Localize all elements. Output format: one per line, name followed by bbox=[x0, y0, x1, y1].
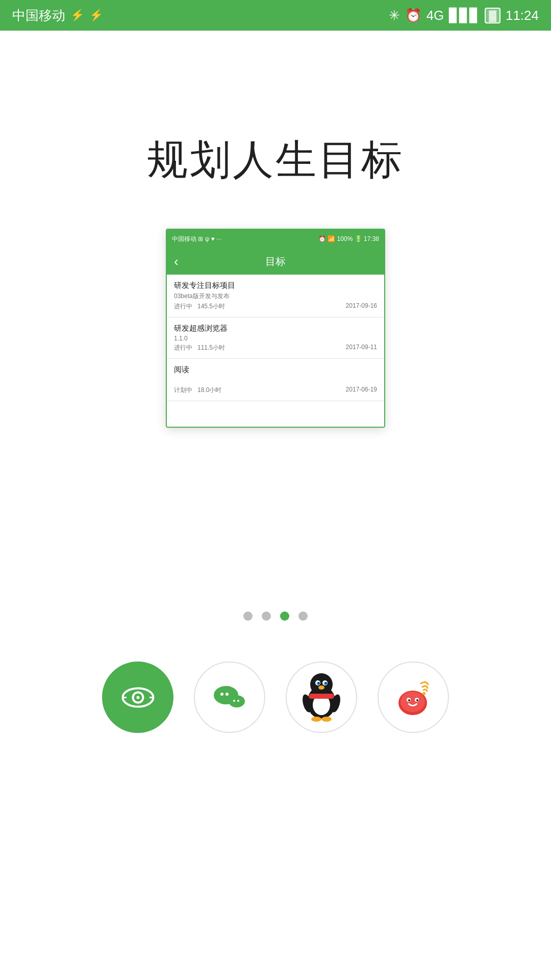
status-bar: 中国移动 ⚡ ⚡ ✳ ⏰ 4G ▊▊▊ ▓ 11:24 bbox=[0, 0, 551, 31]
mockup-list: 研发专注目标项目 03beta版开发与发布 进行中 145.5小时 2017-0… bbox=[167, 275, 384, 427]
mockup-header: ‹ 目标 bbox=[167, 248, 384, 275]
svg-point-8 bbox=[229, 695, 245, 707]
item-date: 2017-09-16 bbox=[346, 302, 377, 311]
qq-penguin-icon bbox=[298, 669, 344, 725]
svg-point-10 bbox=[237, 700, 239, 702]
app-icon-weibo[interactable] bbox=[378, 662, 449, 733]
svg-rect-21 bbox=[309, 694, 334, 699]
svg-point-22 bbox=[311, 717, 321, 722]
battery-icon: ▓ bbox=[485, 8, 500, 23]
dot-1[interactable] bbox=[243, 611, 253, 621]
svg-point-30 bbox=[408, 699, 410, 701]
list-item[interactable]: 研发超感浏览器 1.1.0 进行中 111.5小时 2017-09-11 bbox=[167, 317, 384, 359]
mockup-time: ⏰ 📶 100% 🔋 17:38 bbox=[318, 235, 379, 242]
item-subtitle: 1.1.0 bbox=[174, 335, 377, 342]
signal-icon: 4G bbox=[427, 8, 444, 23]
item-meta: 进行中 145.5小时 2017-09-16 bbox=[174, 302, 377, 311]
svg-point-32 bbox=[422, 692, 425, 695]
app-icons-row bbox=[102, 651, 449, 764]
status-right: ✳ ⏰ 4G ▊▊▊ ▓ 11:24 bbox=[389, 8, 539, 23]
item-meta: 计划中 18.0小时 2017-06-19 bbox=[174, 386, 377, 395]
usb2-icon: ⚡ bbox=[89, 9, 103, 22]
svg-point-7 bbox=[226, 693, 229, 696]
page-title: 规划人生目标 bbox=[147, 133, 404, 188]
back-icon[interactable]: ‹ bbox=[174, 254, 179, 270]
item-title: 研发专注目标项目 bbox=[174, 281, 377, 290]
dot-4[interactable] bbox=[298, 611, 308, 621]
item-subtitle bbox=[174, 376, 377, 384]
svg-point-20 bbox=[318, 685, 324, 690]
item-status: 计划中 18.0小时 bbox=[174, 386, 221, 395]
svg-point-6 bbox=[220, 693, 223, 696]
signal-bars: ▊▊▊ bbox=[449, 8, 480, 23]
dot-3-active[interactable] bbox=[280, 611, 289, 621]
svg-point-13 bbox=[310, 673, 333, 696]
svg-point-18 bbox=[318, 682, 320, 684]
usb-icon: ⚡ bbox=[70, 9, 84, 22]
app-icon-wechat[interactable] bbox=[194, 662, 265, 733]
mockup-screen-title: 目标 bbox=[265, 255, 286, 268]
page-indicator bbox=[243, 611, 308, 621]
item-date: 2017-09-11 bbox=[346, 344, 377, 352]
app-icon-qq[interactable] bbox=[286, 662, 357, 733]
mockup-footer-space bbox=[167, 401, 384, 427]
app-icon-green-camera[interactable] bbox=[102, 662, 173, 733]
bluetooth-icon: ✳ bbox=[389, 8, 400, 23]
svg-point-31 bbox=[416, 699, 418, 701]
svg-point-2 bbox=[136, 696, 139, 699]
item-title: 阅读 bbox=[174, 365, 377, 375]
eye-camera-icon bbox=[119, 678, 157, 717]
dot-2[interactable] bbox=[262, 611, 271, 621]
list-item[interactable]: 阅读 计划中 18.0小时 2017-06-19 bbox=[167, 359, 384, 401]
svg-point-27 bbox=[400, 692, 425, 712]
svg-point-23 bbox=[321, 717, 332, 722]
mockup-carrier: 中国移动 ⊞ ψ ♥ ··· bbox=[172, 235, 221, 243]
list-item[interactable]: 研发专注目标项目 03beta版开发与发布 进行中 145.5小时 2017-0… bbox=[167, 275, 384, 317]
item-meta: 进行中 111.5小时 2017-09-11 bbox=[174, 344, 377, 352]
alarm-icon: ⏰ bbox=[405, 8, 421, 23]
item-status: 进行中 111.5小时 bbox=[174, 344, 225, 352]
svg-point-19 bbox=[325, 682, 327, 684]
item-title: 研发超感浏览器 bbox=[174, 324, 377, 333]
status-carrier: 中国移动 ⚡ ⚡ bbox=[12, 7, 103, 24]
weibo-icon bbox=[389, 673, 438, 722]
mockup-status-bar: 中国移动 ⊞ ψ ♥ ··· ⏰ 📶 100% 🔋 17:38 bbox=[167, 230, 384, 248]
clock: 11:24 bbox=[506, 8, 539, 23]
wechat-icon bbox=[208, 676, 252, 719]
main-content: 规划人生目标 中国移动 ⊞ ψ ♥ ··· ⏰ 📶 100% 🔋 17:38 ‹… bbox=[0, 31, 551, 764]
phone-mockup: 中国移动 ⊞ ψ ♥ ··· ⏰ 📶 100% 🔋 17:38 ‹ 目标 研发专… bbox=[166, 229, 385, 428]
item-status: 进行中 145.5小时 bbox=[174, 302, 225, 311]
item-subtitle: 03beta版开发与发布 bbox=[174, 292, 377, 301]
item-date: 2017-06-19 bbox=[346, 386, 377, 395]
svg-point-9 bbox=[233, 700, 235, 702]
